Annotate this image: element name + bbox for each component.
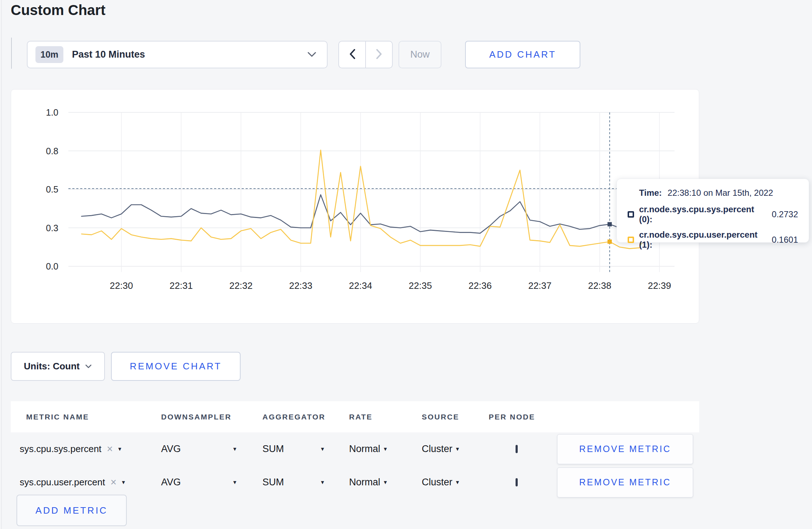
tooltip-series-row: cr.node.sys.cpu.user.percent (1): 0.1601: [628, 230, 798, 250]
downsampler-select[interactable]: AVG ▾: [161, 477, 236, 488]
user-percent-swatch-icon: [628, 237, 634, 243]
svg-text:1.0: 1.0: [46, 107, 58, 117]
dropdown-caret-icon: ▾: [321, 446, 324, 452]
prev-interval-button[interactable]: [339, 42, 366, 68]
remove-metric-button[interactable]: REMOVE METRIC: [557, 434, 693, 464]
svg-text:22:39: 22:39: [648, 280, 671, 291]
clear-metric-icon[interactable]: ×: [110, 477, 116, 487]
custom-chart-page: Custom Chart 10m Past 10 Minutes Now ADD…: [0, 0, 812, 529]
metric-name-value: sys.cpu.sys.percent: [20, 443, 101, 455]
downsampler-value: AVG: [161, 477, 181, 488]
tooltip-series-value: 0.2732: [772, 209, 798, 219]
column-header-downsampler: DOWNSAMPLER: [161, 413, 262, 421]
column-header-metric-name: METRIC NAME: [20, 413, 161, 421]
tooltip-series-label: cr.node.sys.cpu.sys.percent (0):: [639, 204, 766, 224]
aggregator-select[interactable]: SUM ▾: [262, 443, 324, 455]
aggregator-value: SUM: [262, 477, 284, 488]
dropdown-caret-icon: ▾: [122, 479, 125, 485]
now-button[interactable]: Now: [398, 41, 441, 68]
aggregator-select[interactable]: SUM ▾: [262, 477, 324, 488]
time-pager: [338, 41, 393, 68]
column-header-source: SOURCE: [422, 413, 489, 421]
toolbar-left-divider: [11, 38, 12, 69]
chart-actions-row: Units: Count REMOVE CHART: [11, 352, 241, 381]
metrics-table-header: METRIC NAME DOWNSAMPLER AGGREGATOR RATE …: [11, 401, 699, 432]
tooltip-series-value: 0.1601: [772, 235, 798, 245]
tooltip-time-label: Time:: [639, 188, 662, 198]
chevron-down-icon: [85, 364, 92, 369]
dropdown-caret-icon: ▾: [456, 446, 459, 452]
dropdown-caret-icon: ▾: [118, 446, 121, 452]
remove-chart-button[interactable]: REMOVE CHART: [111, 352, 241, 381]
chevron-down-icon: [308, 52, 316, 57]
metric-row: sys.cpu.user.percent × ▾ AVG ▾ SUM ▾ Nor…: [11, 466, 699, 499]
dropdown-caret-icon: ▾: [384, 446, 387, 452]
clear-metric-icon[interactable]: ×: [107, 444, 113, 454]
svg-text:22:34: 22:34: [349, 280, 372, 291]
svg-text:22:30: 22:30: [110, 280, 133, 291]
tooltip-series-row: cr.node.sys.cpu.sys.percent (0): 0.2732: [628, 204, 798, 224]
svg-text:0.5: 0.5: [46, 184, 58, 194]
metrics-table: METRIC NAME DOWNSAMPLER AGGREGATOR RATE …: [11, 401, 699, 499]
tooltip-time-row: Time:22:38:10 on Mar 15th, 2022: [639, 188, 798, 198]
remove-metric-button[interactable]: REMOVE METRIC: [557, 467, 693, 498]
chevron-right-icon: [376, 49, 382, 60]
rate-value: Normal: [349, 477, 380, 488]
dropdown-caret-icon: ▾: [233, 479, 236, 485]
sys-percent-swatch-icon: [628, 211, 634, 218]
metric-row: sys.cpu.sys.percent × ▾ AVG ▾ SUM ▾ Norm…: [11, 432, 699, 466]
add-metric-button[interactable]: ADD METRIC: [16, 495, 127, 526]
units-label: Units: Count: [24, 361, 80, 372]
svg-text:22:35: 22:35: [409, 280, 432, 291]
rate-select[interactable]: Normal ▾: [349, 443, 422, 455]
page-title: Custom Chart: [11, 2, 105, 18]
per-node-checkbox[interactable]: [516, 445, 518, 453]
downsampler-value: AVG: [161, 443, 181, 455]
source-select[interactable]: Cluster ▾: [422, 477, 489, 488]
chart-card: 1.00.80.50.30.022:3022:3122:3222:3322:34…: [11, 89, 699, 324]
dropdown-caret-icon: ▾: [384, 479, 387, 485]
svg-text:22:37: 22:37: [528, 280, 551, 291]
rate-select[interactable]: Normal ▾: [349, 477, 422, 488]
source-value: Cluster: [422, 443, 453, 455]
next-interval-button[interactable]: [366, 42, 392, 68]
column-header-per-node: PER NODE: [489, 413, 557, 421]
tooltip-time-value: 22:38:10 on Mar 15th, 2022: [668, 188, 773, 198]
tooltip-series-label: cr.node.sys.cpu.user.percent (1):: [639, 230, 766, 250]
chart-hover-tooltip: Time:22:38:10 on Mar 15th, 2022 cr.node.…: [617, 179, 809, 243]
dropdown-caret-icon: ▾: [321, 479, 324, 485]
svg-text:0.8: 0.8: [46, 146, 58, 156]
svg-text:22:33: 22:33: [289, 280, 312, 291]
dropdown-caret-icon: ▾: [233, 446, 236, 452]
chevron-left-icon: [349, 49, 356, 60]
svg-text:22:36: 22:36: [468, 280, 492, 291]
time-range-badge: 10m: [35, 46, 63, 63]
metric-name-value: sys.cpu.user.percent: [20, 477, 105, 488]
svg-text:22:31: 22:31: [169, 280, 193, 291]
svg-text:0.3: 0.3: [46, 223, 58, 233]
page-left-divider: [1, 0, 2, 529]
metric-name-select[interactable]: sys.cpu.sys.percent × ▾: [20, 443, 161, 455]
source-value: Cluster: [422, 477, 453, 488]
per-node-checkbox[interactable]: [516, 478, 518, 486]
time-range-label: Past 10 Minutes: [72, 49, 308, 60]
dropdown-caret-icon: ▾: [456, 479, 459, 485]
svg-text:22:32: 22:32: [229, 280, 252, 291]
column-header-rate: RATE: [349, 413, 422, 421]
rate-value: Normal: [349, 443, 380, 455]
source-select[interactable]: Cluster ▾: [422, 443, 489, 455]
metric-name-select[interactable]: sys.cpu.user.percent × ▾: [20, 477, 161, 488]
svg-text:0.0: 0.0: [46, 261, 58, 271]
units-select[interactable]: Units: Count: [11, 352, 105, 381]
svg-text:22:38: 22:38: [588, 280, 611, 291]
downsampler-select[interactable]: AVG ▾: [161, 443, 236, 455]
column-header-aggregator: AGGREGATOR: [262, 413, 349, 421]
aggregator-value: SUM: [262, 443, 284, 455]
add-chart-button[interactable]: ADD CHART: [465, 41, 580, 68]
cpu-percent-line-chart[interactable]: 1.00.80.50.30.022:3022:3122:3222:3322:34…: [11, 89, 700, 324]
time-range-select[interactable]: 10m Past 10 Minutes: [27, 41, 328, 68]
time-toolbar: 10m Past 10 Minutes Now ADD CHART: [27, 41, 580, 68]
